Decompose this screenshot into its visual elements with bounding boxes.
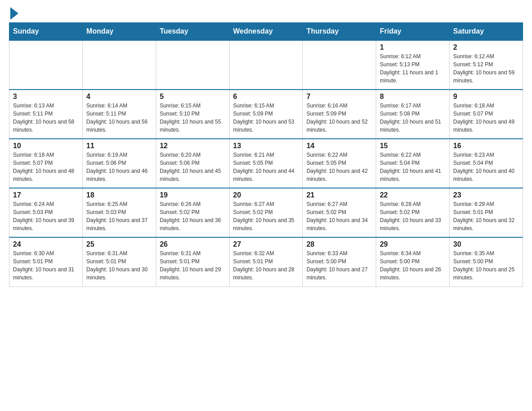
day-info: Sunrise: 6:32 AM Sunset: 5:01 PM Dayligh… — [233, 249, 299, 282]
calendar-cell: 24Sunrise: 6:30 AM Sunset: 5:01 PM Dayli… — [9, 237, 83, 287]
day-number: 10 — [13, 142, 79, 150]
calendar-cell: 12Sunrise: 6:20 AM Sunset: 5:06 PM Dayli… — [156, 139, 229, 188]
day-info: Sunrise: 6:27 AM Sunset: 5:02 PM Dayligh… — [306, 200, 372, 232]
weekday-header-friday: Friday — [376, 23, 450, 41]
day-info: Sunrise: 6:34 AM Sunset: 5:00 PM Dayligh… — [380, 249, 446, 282]
day-number: 15 — [380, 142, 446, 150]
day-info: Sunrise: 6:26 AM Sunset: 5:02 PM Dayligh… — [160, 200, 226, 232]
calendar-cell: 23Sunrise: 6:29 AM Sunset: 5:01 PM Dayli… — [450, 188, 523, 237]
calendar-cell — [82, 40, 156, 90]
day-number: 7 — [306, 93, 372, 101]
day-number: 6 — [233, 93, 299, 101]
day-number: 13 — [233, 142, 299, 150]
calendar-week-3: 10Sunrise: 6:18 AM Sunset: 5:07 PM Dayli… — [9, 139, 523, 188]
weekday-header-wednesday: Wednesday — [229, 23, 303, 41]
weekday-header-monday: Monday — [82, 23, 156, 41]
day-number: 3 — [13, 93, 79, 101]
day-number: 25 — [86, 240, 152, 248]
calendar-cell — [303, 40, 376, 90]
day-info: Sunrise: 6:27 AM Sunset: 5:02 PM Dayligh… — [233, 200, 299, 232]
day-info: Sunrise: 6:13 AM Sunset: 5:11 PM Dayligh… — [13, 102, 79, 134]
logo — [9, 9, 18, 18]
day-number: 1 — [380, 43, 446, 51]
calendar-cell: 18Sunrise: 6:25 AM Sunset: 5:03 PM Dayli… — [82, 188, 156, 237]
day-number: 28 — [306, 240, 372, 248]
calendar-week-1: 1Sunrise: 6:12 AM Sunset: 5:13 PM Daylig… — [9, 40, 523, 90]
day-number: 9 — [453, 93, 519, 101]
day-number: 19 — [160, 191, 226, 199]
weekday-header-thursday: Thursday — [303, 23, 376, 41]
day-info: Sunrise: 6:18 AM Sunset: 5:07 PM Dayligh… — [13, 151, 79, 183]
day-number: 23 — [453, 191, 519, 199]
calendar-cell: 25Sunrise: 6:31 AM Sunset: 5:01 PM Dayli… — [82, 237, 156, 287]
day-number: 11 — [86, 142, 152, 150]
day-number: 2 — [453, 43, 519, 51]
day-number: 5 — [160, 93, 226, 101]
calendar-cell: 16Sunrise: 6:23 AM Sunset: 5:04 PM Dayli… — [450, 139, 523, 188]
calendar-cell: 30Sunrise: 6:35 AM Sunset: 5:00 PM Dayli… — [450, 237, 523, 287]
calendar-cell: 2Sunrise: 6:12 AM Sunset: 5:12 PM Daylig… — [450, 40, 523, 90]
day-number: 12 — [160, 142, 226, 150]
day-number: 26 — [160, 240, 226, 248]
calendar-cell: 26Sunrise: 6:31 AM Sunset: 5:01 PM Dayli… — [156, 237, 229, 287]
calendar-cell: 13Sunrise: 6:21 AM Sunset: 5:05 PM Dayli… — [229, 139, 303, 188]
day-info: Sunrise: 6:21 AM Sunset: 5:05 PM Dayligh… — [233, 151, 299, 183]
day-info: Sunrise: 6:31 AM Sunset: 5:01 PM Dayligh… — [160, 249, 226, 282]
calendar-cell: 21Sunrise: 6:27 AM Sunset: 5:02 PM Dayli… — [303, 188, 376, 237]
calendar-cell — [229, 40, 303, 90]
calendar-cell: 1Sunrise: 6:12 AM Sunset: 5:13 PM Daylig… — [376, 40, 450, 90]
weekday-header-row: SundayMondayTuesdayWednesdayThursdayFrid… — [9, 23, 523, 41]
day-number: 8 — [380, 93, 446, 101]
day-info: Sunrise: 6:33 AM Sunset: 5:00 PM Dayligh… — [306, 249, 372, 282]
calendar-cell: 19Sunrise: 6:26 AM Sunset: 5:02 PM Dayli… — [156, 188, 229, 237]
day-info: Sunrise: 6:31 AM Sunset: 5:01 PM Dayligh… — [86, 249, 152, 282]
weekday-header-saturday: Saturday — [450, 23, 523, 41]
day-number: 21 — [306, 191, 372, 199]
logo-arrow-icon — [10, 7, 18, 20]
weekday-header-sunday: Sunday — [9, 23, 83, 41]
day-number: 14 — [306, 142, 372, 150]
calendar-cell: 28Sunrise: 6:33 AM Sunset: 5:00 PM Dayli… — [303, 237, 376, 287]
day-info: Sunrise: 6:25 AM Sunset: 5:03 PM Dayligh… — [86, 200, 152, 232]
calendar-cell: 10Sunrise: 6:18 AM Sunset: 5:07 PM Dayli… — [9, 139, 83, 188]
calendar-cell — [9, 40, 83, 90]
day-info: Sunrise: 6:14 AM Sunset: 5:11 PM Dayligh… — [86, 102, 152, 134]
day-number: 24 — [13, 240, 79, 248]
calendar-cell: 11Sunrise: 6:19 AM Sunset: 5:06 PM Dayli… — [82, 139, 156, 188]
day-number: 27 — [233, 240, 299, 248]
calendar-cell: 27Sunrise: 6:32 AM Sunset: 5:01 PM Dayli… — [229, 237, 303, 287]
day-info: Sunrise: 6:15 AM Sunset: 5:10 PM Dayligh… — [160, 102, 226, 134]
calendar-cell: 14Sunrise: 6:22 AM Sunset: 5:05 PM Dayli… — [303, 139, 376, 188]
day-info: Sunrise: 6:12 AM Sunset: 5:12 PM Dayligh… — [453, 52, 519, 85]
calendar-cell: 9Sunrise: 6:18 AM Sunset: 5:07 PM Daylig… — [450, 90, 523, 139]
calendar-cell: 5Sunrise: 6:15 AM Sunset: 5:10 PM Daylig… — [156, 90, 229, 139]
day-number: 29 — [380, 240, 446, 248]
page-header — [9, 9, 523, 18]
day-number: 22 — [380, 191, 446, 199]
calendar-cell: 6Sunrise: 6:15 AM Sunset: 5:09 PM Daylig… — [229, 90, 303, 139]
calendar-cell: 4Sunrise: 6:14 AM Sunset: 5:11 PM Daylig… — [82, 90, 156, 139]
day-info: Sunrise: 6:30 AM Sunset: 5:01 PM Dayligh… — [13, 249, 79, 282]
day-number: 16 — [453, 142, 519, 150]
day-number: 20 — [233, 191, 299, 199]
day-number: 30 — [453, 240, 519, 248]
day-info: Sunrise: 6:22 AM Sunset: 5:04 PM Dayligh… — [380, 151, 446, 183]
calendar-week-5: 24Sunrise: 6:30 AM Sunset: 5:01 PM Dayli… — [9, 237, 523, 287]
calendar-cell: 15Sunrise: 6:22 AM Sunset: 5:04 PM Dayli… — [376, 139, 450, 188]
calendar-cell: 8Sunrise: 6:17 AM Sunset: 5:08 PM Daylig… — [376, 90, 450, 139]
day-info: Sunrise: 6:17 AM Sunset: 5:08 PM Dayligh… — [380, 102, 446, 134]
day-info: Sunrise: 6:22 AM Sunset: 5:05 PM Dayligh… — [306, 151, 372, 183]
calendar-week-2: 3Sunrise: 6:13 AM Sunset: 5:11 PM Daylig… — [9, 90, 523, 139]
day-number: 17 — [13, 191, 79, 199]
day-info: Sunrise: 6:23 AM Sunset: 5:04 PM Dayligh… — [453, 151, 519, 183]
day-number: 18 — [86, 191, 152, 199]
day-info: Sunrise: 6:15 AM Sunset: 5:09 PM Dayligh… — [233, 102, 299, 134]
calendar-week-4: 17Sunrise: 6:24 AM Sunset: 5:03 PM Dayli… — [9, 188, 523, 237]
calendar-cell: 20Sunrise: 6:27 AM Sunset: 5:02 PM Dayli… — [229, 188, 303, 237]
calendar-cell: 22Sunrise: 6:28 AM Sunset: 5:02 PM Dayli… — [376, 188, 450, 237]
calendar-cell — [156, 40, 229, 90]
day-info: Sunrise: 6:19 AM Sunset: 5:06 PM Dayligh… — [86, 151, 152, 183]
calendar-cell: 7Sunrise: 6:16 AM Sunset: 5:09 PM Daylig… — [303, 90, 376, 139]
day-info: Sunrise: 6:29 AM Sunset: 5:01 PM Dayligh… — [453, 200, 519, 232]
calendar-table: SundayMondayTuesdayWednesdayThursdayFrid… — [9, 22, 523, 287]
